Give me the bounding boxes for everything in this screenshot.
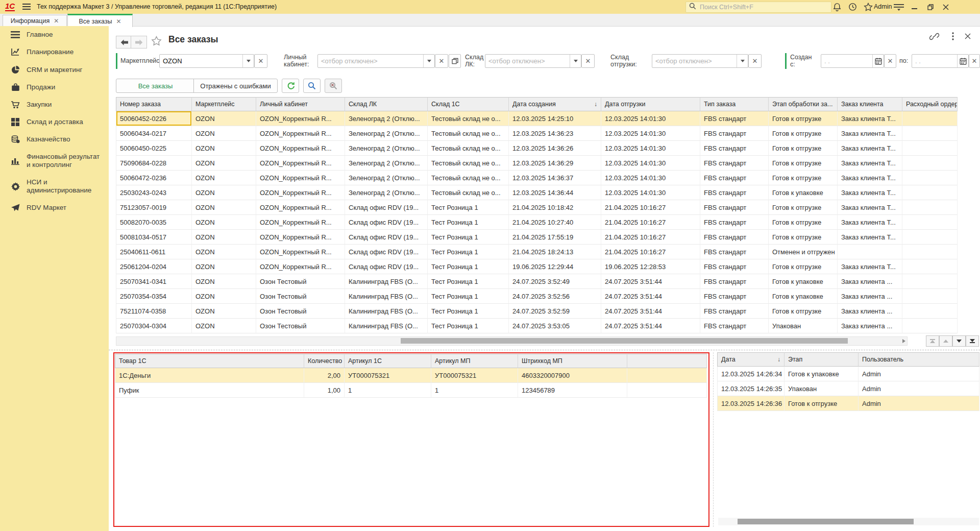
column-header[interactable]: Расходный ордер bbox=[902, 97, 958, 111]
get-link-icon[interactable] bbox=[928, 31, 940, 41]
cell[interactable] bbox=[902, 156, 958, 171]
warehouse-lk-combobox[interactable]: <отбор отключен> bbox=[485, 54, 581, 68]
cell[interactable]: 123456789 bbox=[518, 383, 627, 398]
column-header[interactable]: Склад 1С bbox=[428, 97, 509, 111]
cell[interactable]: Упакован bbox=[769, 319, 838, 333]
column-header[interactable]: Номер заказа bbox=[116, 97, 192, 111]
cell[interactable]: 12.03.2025 14:01:30 bbox=[601, 126, 700, 141]
notifications-bell-icon[interactable] bbox=[831, 2, 843, 12]
cell[interactable]: FBS стандарт bbox=[700, 319, 769, 333]
sidebar-item-rdv-market[interactable]: RDV Маркет bbox=[0, 199, 109, 216]
cell[interactable]: 24.07.2025 3:51:44 bbox=[601, 304, 700, 319]
table-row[interactable]: 12.03.2025 14:26:35УпакованAdmin bbox=[717, 381, 979, 396]
cell[interactable]: Тестовый склад не о... bbox=[428, 141, 509, 156]
cell[interactable]: 75211074-0358 bbox=[116, 304, 192, 319]
cell[interactable] bbox=[902, 126, 958, 141]
cell[interactable]: OZON_Корректный R... bbox=[256, 111, 345, 126]
cell[interactable]: OZON_Корректный R... bbox=[256, 141, 345, 156]
table-row[interactable]: 75211074-0358OZONОзон ТестовыйКалинингра… bbox=[116, 304, 958, 319]
table-row[interactable]: 75090684-0228OZONOZON_Корректный R...Зел… bbox=[116, 156, 958, 171]
table-row[interactable]: 12.03.2025 14:26:34Готов к упаковкеAdmin bbox=[717, 367, 979, 381]
cell[interactable]: Готов к отгрузке bbox=[769, 141, 838, 156]
cell[interactable]: 19.06.2025 12:29:44 bbox=[509, 259, 601, 274]
cell[interactable]: Заказ клиента Т... bbox=[838, 111, 902, 126]
cell[interactable]: 75090684-0228 bbox=[116, 156, 192, 171]
cell[interactable]: 12.03.2025 14:26:35 bbox=[717, 381, 785, 396]
favorites-star-icon[interactable] bbox=[863, 2, 874, 12]
cell[interactable]: Готов к отгрузке bbox=[769, 230, 838, 245]
cell[interactable]: Готов к отгрузке bbox=[769, 304, 838, 319]
cell[interactable]: Калининград FBS (О... bbox=[345, 304, 428, 319]
warehouse-ship-combobox[interactable]: <отбор отключен> bbox=[652, 54, 748, 68]
cell[interactable]: 21.04.2025 17:55:19 bbox=[509, 230, 601, 245]
cell[interactable]: Готов к упаковке bbox=[769, 185, 838, 200]
cell[interactable]: 12.03.2025 14:36:23 bbox=[509, 126, 601, 141]
warehouse-ship-placeholder[interactable]: <отбор отключен> bbox=[652, 57, 737, 65]
cell[interactable] bbox=[902, 259, 958, 274]
cell[interactable]: УТ000075321 bbox=[345, 368, 431, 383]
more-actions-icon[interactable] bbox=[947, 31, 959, 41]
panel-vertical-splitter[interactable] bbox=[713, 352, 714, 527]
date-placeholder[interactable]: . . bbox=[912, 57, 957, 65]
cell[interactable]: Заказ клиента Т... bbox=[838, 230, 902, 245]
cell[interactable] bbox=[902, 141, 958, 156]
cell[interactable]: 2,00 bbox=[304, 368, 345, 383]
cell[interactable]: Готов к отгрузке bbox=[769, 156, 838, 171]
cell[interactable]: OZON_Корректный R... bbox=[256, 245, 345, 259]
cell[interactable]: 25070341-0341 bbox=[116, 274, 192, 289]
created-from-clear-icon[interactable]: ✕ bbox=[884, 54, 896, 68]
calendar-icon[interactable] bbox=[957, 55, 968, 67]
cell[interactable]: 24.07.2025 3:51:44 bbox=[601, 289, 700, 304]
main-menu-icon[interactable] bbox=[22, 4, 31, 11]
history-horizontal-scrollbar[interactable] bbox=[718, 518, 979, 525]
cell[interactable]: FBS стандарт bbox=[700, 111, 769, 126]
cell[interactable]: 50082070-0035 bbox=[116, 215, 192, 230]
cell[interactable] bbox=[902, 171, 958, 185]
cell[interactable]: Тестовый склад не о... bbox=[428, 185, 509, 200]
cell[interactable]: FBS стандарт bbox=[700, 289, 769, 304]
cell[interactable]: Заказ клиента Т... bbox=[838, 200, 902, 215]
sidebar-item-zakupki[interactable]: Закупки bbox=[0, 96, 109, 113]
tab-vse-zakazy[interactable]: Все заказы ✕ bbox=[67, 14, 133, 27]
column-header[interactable]: Артикул МП bbox=[431, 354, 518, 368]
calendar-icon[interactable] bbox=[872, 55, 884, 67]
cell[interactable]: Заказ клиента Т... bbox=[838, 215, 902, 230]
cell[interactable]: Заказ клиента ... bbox=[838, 274, 902, 289]
cell[interactable]: Готов к отгрузке bbox=[769, 200, 838, 215]
cell[interactable] bbox=[902, 319, 958, 333]
cell[interactable]: OZON_Корректный R... bbox=[256, 230, 345, 245]
table-row[interactable]: 50081034-0517OZONOZON_Корректный R...Скл… bbox=[116, 230, 958, 245]
column-header[interactable]: Склад ЛК bbox=[345, 97, 428, 111]
cell[interactable]: 25070354-0354 bbox=[116, 289, 192, 304]
cell[interactable]: Озон Тестовый bbox=[256, 319, 345, 333]
tab-informatsiya[interactable]: Информация ✕ bbox=[3, 15, 67, 26]
table-row[interactable]: 25030243-0243OZONOZON_Корректный R...Зел… bbox=[116, 185, 958, 200]
with-errors-toggle-button[interactable]: Отражены с ошибками bbox=[193, 79, 278, 93]
sidebar-item-kaznacheystvo[interactable]: Казначейство bbox=[0, 131, 109, 148]
cell[interactable]: Зеленоград 2 (Отклю... bbox=[345, 185, 428, 200]
cell[interactable]: Заказ клиента Т... bbox=[838, 185, 902, 200]
cell[interactable]: FBS стандарт bbox=[700, 304, 769, 319]
cell[interactable]: 25061204-0204 bbox=[116, 259, 192, 274]
global-search[interactable] bbox=[685, 2, 831, 13]
cell[interactable]: Тест Розница 1 bbox=[428, 304, 509, 319]
marketplace-clear-icon[interactable]: ✕ bbox=[254, 54, 267, 68]
cell[interactable]: OZON bbox=[192, 289, 256, 304]
cell[interactable]: 4603320007900 bbox=[518, 368, 627, 383]
cell[interactable]: 50060472-0236 bbox=[116, 171, 192, 185]
cell[interactable] bbox=[902, 304, 958, 319]
form-close-icon[interactable] bbox=[962, 31, 974, 41]
cell[interactable]: 12.03.2025 14:01:30 bbox=[601, 156, 700, 171]
cell[interactable]: OZON_Корректный R... bbox=[256, 171, 345, 185]
cell[interactable]: Заказ клиента ... bbox=[838, 319, 902, 333]
go-next-button[interactable] bbox=[952, 335, 966, 347]
cell[interactable]: FBS стандарт bbox=[700, 230, 769, 245]
cell[interactable]: Готов к упаковке bbox=[785, 367, 859, 381]
cabinet-placeholder[interactable]: <отбор отключен> bbox=[318, 57, 423, 65]
cell[interactable] bbox=[627, 383, 707, 398]
created-to-datefield[interactable]: . . bbox=[912, 54, 969, 68]
column-header[interactable]: Этап bbox=[785, 352, 859, 367]
cell[interactable]: FBS стандарт bbox=[700, 156, 769, 171]
service-menu-icon[interactable] bbox=[893, 2, 904, 12]
cell[interactable]: 12.03.2025 14:01:30 bbox=[601, 111, 700, 126]
